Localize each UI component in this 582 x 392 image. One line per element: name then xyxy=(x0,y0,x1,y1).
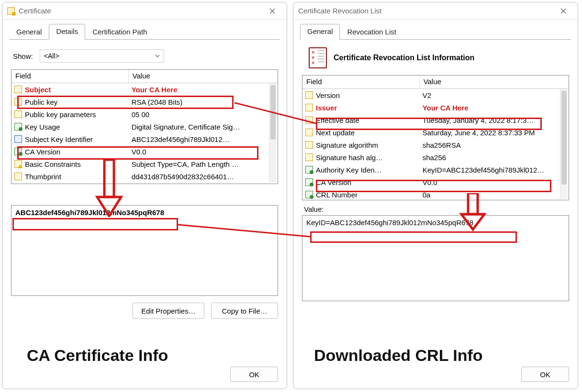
header-field[interactable]: Field xyxy=(302,76,420,88)
table-row[interactable]: Public keyRSA (2048 Bits) xyxy=(11,96,278,108)
table-row[interactable]: CA VersionV0.0 xyxy=(302,176,569,188)
row-icon xyxy=(304,166,314,174)
header-value[interactable]: Value xyxy=(129,70,278,83)
caption-right: Downloaded CRL Info xyxy=(314,346,483,365)
header-field[interactable]: Field xyxy=(11,70,129,83)
row-field: Authority Key Iden… xyxy=(314,166,420,174)
row-value: sha256RSA xyxy=(420,141,569,149)
row-value: RSA (2048 Bits) xyxy=(129,98,278,106)
row-icon xyxy=(13,148,23,155)
crl-icon xyxy=(309,47,327,68)
ok-button[interactable]: OK xyxy=(521,367,569,382)
tab-certification-path[interactable]: Certification Path xyxy=(85,24,154,40)
detail-value-box[interactable]: ABC123def456ghi789Jkl012mNo345pqR678 xyxy=(11,205,278,296)
row-field: CA Version xyxy=(23,148,129,156)
field-icon xyxy=(14,135,22,143)
field-icon xyxy=(14,86,22,93)
table-row[interactable]: Authority Key Iden…KeyID=ABC123def456ghi… xyxy=(302,163,569,176)
list-header: Field Value xyxy=(302,76,569,89)
row-icon xyxy=(304,91,314,99)
row-value: Saturday, June 4, 2022 8:37:33 PM xyxy=(420,129,569,137)
titlebar: Certificate xyxy=(2,2,287,20)
row-icon xyxy=(304,116,314,124)
table-row[interactable]: Basic ConstraintsSubject Type=CA, Path L… xyxy=(11,158,278,170)
show-select[interactable]: <All> xyxy=(40,49,164,63)
close-icon xyxy=(560,8,566,14)
row-icon xyxy=(13,135,23,143)
close-button[interactable] xyxy=(263,4,282,18)
row-value: Tuesday, January 4, 2022 8:17:3… xyxy=(420,116,569,124)
header-value[interactable]: Value xyxy=(420,76,569,88)
table-row[interactable]: CRL Number0a xyxy=(302,188,569,201)
table-row[interactable]: IssuerYour CA Here xyxy=(302,101,569,114)
row-icon xyxy=(13,160,23,168)
dialog-title: Certificate xyxy=(19,7,263,15)
edit-properties-button[interactable]: Edit Properties… xyxy=(133,303,204,319)
field-list[interactable]: Field Value VersionV2IssuerYour CA HereE… xyxy=(302,75,569,200)
tab-details[interactable]: Details xyxy=(49,24,85,40)
row-icon xyxy=(304,178,314,186)
row-icon xyxy=(304,191,314,198)
field-icon xyxy=(305,141,313,149)
tab-general[interactable]: General xyxy=(9,24,49,40)
scrollbar-thumb[interactable] xyxy=(270,85,276,140)
close-button[interactable] xyxy=(554,4,573,18)
row-value: V2 xyxy=(420,91,569,99)
close-icon xyxy=(269,8,275,14)
table-row[interactable]: Thumbprintdd431d87b5490d2832c66401… xyxy=(11,170,278,183)
row-field: Subject Key Identifier xyxy=(23,135,129,143)
scrollbar[interactable] xyxy=(560,89,568,199)
row-field: Next update xyxy=(314,129,420,137)
field-icon xyxy=(14,123,22,131)
row-value: V0.0 xyxy=(129,148,278,156)
row-value: dd431d87b5490d2832c66401… xyxy=(129,173,278,181)
field-icon xyxy=(305,166,313,174)
table-row[interactable]: CA VersionV0.0 xyxy=(11,145,278,158)
table-row[interactable]: Signature hash alg…sha256 xyxy=(302,151,569,163)
field-icon xyxy=(14,160,22,168)
crl-info-header: Certificate Revocation List Information xyxy=(309,47,569,68)
row-field: Key Usage xyxy=(23,123,129,131)
tab-general[interactable]: General xyxy=(300,24,340,40)
dialog-title: Certificate Revocation List xyxy=(298,7,554,15)
detail-value-text: ABC123def456ghi789Jkl012mNo345pqR678 xyxy=(11,206,278,219)
field-icon xyxy=(305,91,313,99)
field-icon xyxy=(305,178,313,186)
tab-revocation-list[interactable]: Revocation List xyxy=(340,24,403,40)
field-list[interactable]: Field Value SubjectYour CA HerePublic ke… xyxy=(11,69,278,184)
titlebar: Certificate Revocation List xyxy=(293,2,578,20)
row-value: 0a xyxy=(420,191,569,199)
row-value: sha256 xyxy=(420,153,569,162)
table-row[interactable]: Signature algorithmsha256RSA xyxy=(302,139,569,151)
ok-button[interactable]: OK xyxy=(230,367,278,382)
show-select-value: <All> xyxy=(44,52,59,60)
row-field: Effective date xyxy=(314,116,420,124)
button-row: Edit Properties… Copy to File… xyxy=(11,303,278,319)
field-icon xyxy=(14,173,22,180)
scrollbar-thumb[interactable] xyxy=(561,91,567,185)
table-row[interactable]: Next updateSaturday, June 4, 2022 8:37:3… xyxy=(302,126,569,139)
table-row[interactable]: SubjectYour CA Here xyxy=(11,83,278,96)
row-field: Issuer xyxy=(314,104,420,112)
table-row[interactable]: Key UsageDigital Signature, Certificate … xyxy=(11,120,278,133)
row-field: Basic Constraints xyxy=(23,160,129,168)
table-row[interactable]: Subject Key IdentifierABC123def456ghi789… xyxy=(11,133,278,145)
table-row[interactable]: VersionV2 xyxy=(302,89,569,101)
row-icon xyxy=(13,110,23,118)
table-row[interactable]: Effective dateTuesday, January 4, 2022 8… xyxy=(302,114,569,126)
content-area: Certificate Revocation List Information … xyxy=(293,40,578,360)
row-icon xyxy=(304,141,314,149)
copy-to-file-button[interactable]: Copy to File… xyxy=(211,303,278,319)
detail-value-box[interactable]: KeyID=ABC123def456ghi789Jkl012mNo345pqR6… xyxy=(302,215,569,301)
crl-info-heading: Certificate Revocation List Information xyxy=(334,54,474,62)
row-value: Digital Signature, Certificate Sig… xyxy=(129,123,278,131)
field-icon xyxy=(305,116,313,124)
caption-left: CA Certificate Info xyxy=(27,346,168,365)
scrollbar[interactable] xyxy=(269,83,277,183)
row-value: Subject Type=CA, Path Length … xyxy=(129,160,278,168)
tabstrip: General Revocation List xyxy=(293,20,578,39)
field-icon xyxy=(305,191,313,198)
row-field: Signature algorithm xyxy=(314,141,420,149)
tabstrip: General Details Certification Path xyxy=(2,20,287,39)
table-row[interactable]: Public key parameters05 00 xyxy=(11,108,278,120)
